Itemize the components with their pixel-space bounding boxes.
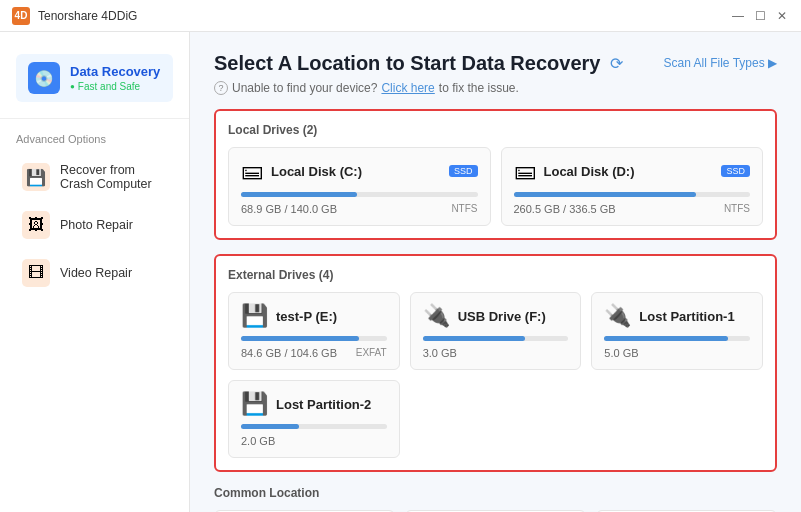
crash-icon: 💾 <box>22 163 50 191</box>
drive-bar-wrap <box>423 336 569 341</box>
drive-bar-wrap <box>514 192 751 197</box>
data-recovery-icon: 💿 <box>28 62 60 94</box>
drive-badge: SSD <box>721 165 750 177</box>
drive-info: Local Disk (C:) SSD <box>271 164 478 179</box>
drive-info: Lost Partition-2 <box>276 397 387 412</box>
drive-badge: SSD <box>449 165 478 177</box>
minimize-button[interactable]: — <box>731 9 745 23</box>
drive-bar-wrap <box>604 336 750 341</box>
drive-name: Local Disk (C:) <box>271 164 362 179</box>
scan-all-button[interactable]: Scan All File Types ▶ <box>664 56 778 70</box>
drive-info: USB Drive (F:) <box>458 309 569 324</box>
drive-card-top: 🖴 Local Disk (C:) SSD <box>241 158 478 184</box>
sidebar-item-photo-label: Photo Repair <box>60 218 133 232</box>
drive-info: test-P (E:) <box>276 309 387 324</box>
subtitle-suffix: to fix the issue. <box>439 81 519 95</box>
subtitle-row: ? Unable to find your device? Click here… <box>214 81 777 95</box>
drive-size: 3.0 GB <box>423 347 457 359</box>
sidebar-item-crash-label: Recover from Crash Computer <box>60 163 167 191</box>
common-location-title: Common Location <box>214 486 777 500</box>
usb-icon: 🔌 <box>423 303 450 329</box>
maximize-button[interactable]: ☐ <box>753 9 767 23</box>
common-location-section: Common Location 🖥 Desktop 🗑 Recycle Bin … <box>214 486 777 512</box>
drive-bar-wrap <box>241 192 478 197</box>
external-drives-section: External Drives (4) 💾 test-P (E:) 84.6 G… <box>214 254 777 472</box>
titlebar-left: 4D Tenorshare 4DDiG <box>12 7 137 25</box>
drive-name: Lost Partition-2 <box>276 397 387 412</box>
drive-icon: 🖴 <box>241 158 263 184</box>
drive-size: 84.6 GB / 104.6 GB <box>241 347 337 359</box>
sidebar-top: 💿 Data Recovery Fast and Safe <box>0 42 189 119</box>
drive-fs: EXFAT <box>356 347 387 359</box>
drive-bar-wrap <box>241 336 387 341</box>
drive-bar <box>604 336 728 341</box>
drive-name: USB Drive (F:) <box>458 309 569 324</box>
local-drives-section: Local Drives (2) 🖴 Local Disk (C:) SSD 6… <box>214 109 777 240</box>
drive-bar <box>241 336 359 341</box>
external-drives-title: External Drives (4) <box>228 268 763 282</box>
usb-icon: 🔌 <box>604 303 631 329</box>
drive-card-top: 🖴 Local Disk (D:) SSD <box>514 158 751 184</box>
sidebar-item-video-label: Video Repair <box>60 266 132 280</box>
external-drive-card[interactable]: 💾 Lost Partition-2 2.0 GB <box>228 380 400 458</box>
sidebar: 💿 Data Recovery Fast and Safe Advanced O… <box>0 32 190 512</box>
drive-info: Local Disk (D:) SSD <box>544 164 751 179</box>
drive-card-top: 💾 test-P (E:) <box>241 303 387 329</box>
close-button[interactable]: ✕ <box>775 9 789 23</box>
photo-repair-icon: 🖼 <box>22 211 50 239</box>
sidebar-item-photo[interactable]: 🖼 Photo Repair <box>6 201 183 249</box>
main-content: Select A Location to Start Data Recovery… <box>190 32 801 512</box>
page-header: Select A Location to Start Data Recovery… <box>214 52 623 75</box>
question-icon: ? <box>214 81 228 95</box>
video-repair-icon: 🎞 <box>22 259 50 287</box>
subtitle-unable: Unable to find your device? <box>232 81 377 95</box>
sidebar-main-label: Data Recovery <box>70 64 160 79</box>
drive-bar-wrap <box>241 424 387 429</box>
external-drive-card[interactable]: 💾 test-P (E:) 84.6 GB / 104.6 GB EXFAT <box>228 292 400 370</box>
app-body: 💿 Data Recovery Fast and Safe Advanced O… <box>0 32 801 512</box>
local-drives-grid: 🖴 Local Disk (C:) SSD 68.9 GB / 140.0 GB… <box>228 147 763 226</box>
app-logo: 4D <box>12 7 30 25</box>
drive-card-top: 💾 Lost Partition-2 <box>241 391 387 417</box>
drive-fs: NTFS <box>724 203 750 215</box>
drive-size: 68.9 GB / 140.0 GB <box>241 203 337 215</box>
refresh-icon[interactable]: ⟳ <box>610 54 623 73</box>
drive-bar <box>423 336 525 341</box>
sidebar-item-crash[interactable]: 💾 Recover from Crash Computer <box>6 153 183 201</box>
drive-bar <box>241 192 357 197</box>
drive-bar <box>241 424 299 429</box>
drive-size: 260.5 GB / 336.5 GB <box>514 203 616 215</box>
drive-card-top: 🔌 USB Drive (F:) <box>423 303 569 329</box>
window-controls[interactable]: — ☐ ✕ <box>731 9 789 23</box>
usb-icon: 💾 <box>241 303 268 329</box>
external-drive-card[interactable]: 🔌 Lost Partition-1 5.0 GB <box>591 292 763 370</box>
sidebar-item-video[interactable]: 🎞 Video Repair <box>6 249 183 297</box>
sidebar-section-label: Advanced Options <box>0 129 189 153</box>
external-drive-card[interactable]: 🔌 USB Drive (F:) 3.0 GB <box>410 292 582 370</box>
drive-info: Lost Partition-1 <box>639 309 750 324</box>
app-title: Tenorshare 4DDiG <box>38 9 137 23</box>
drive-name: test-P (E:) <box>276 309 387 324</box>
local-drive-card[interactable]: 🖴 Local Disk (C:) SSD 68.9 GB / 140.0 GB… <box>228 147 491 226</box>
drive-fs: NTFS <box>451 203 477 215</box>
drive-name: Lost Partition-1 <box>639 309 750 324</box>
drive-card-top: 🔌 Lost Partition-1 <box>604 303 750 329</box>
sidebar-item-data-recovery[interactable]: 💿 Data Recovery Fast and Safe <box>16 54 173 102</box>
local-drive-card[interactable]: 🖴 Local Disk (D:) SSD 260.5 GB / 336.5 G… <box>501 147 764 226</box>
sidebar-main-info: Data Recovery Fast and Safe <box>70 64 160 92</box>
usb-icon: 💾 <box>241 391 268 417</box>
drive-size: 5.0 GB <box>604 347 638 359</box>
drive-bar <box>514 192 696 197</box>
drive-size: 2.0 GB <box>241 435 275 447</box>
click-here-link[interactable]: Click here <box>381 81 434 95</box>
subtitle-text: ? Unable to find your device? Click here… <box>214 81 519 95</box>
page-title: Select A Location to Start Data Recovery <box>214 52 600 75</box>
titlebar: 4D Tenorshare 4DDiG — ☐ ✕ <box>0 0 801 32</box>
external-drives-grid: 💾 test-P (E:) 84.6 GB / 104.6 GB EXFAT 🔌… <box>228 292 763 458</box>
drive-name: Local Disk (D:) <box>544 164 635 179</box>
local-drives-title: Local Drives (2) <box>228 123 763 137</box>
drive-icon: 🖴 <box>514 158 536 184</box>
sidebar-badge: Fast and Safe <box>70 81 160 92</box>
